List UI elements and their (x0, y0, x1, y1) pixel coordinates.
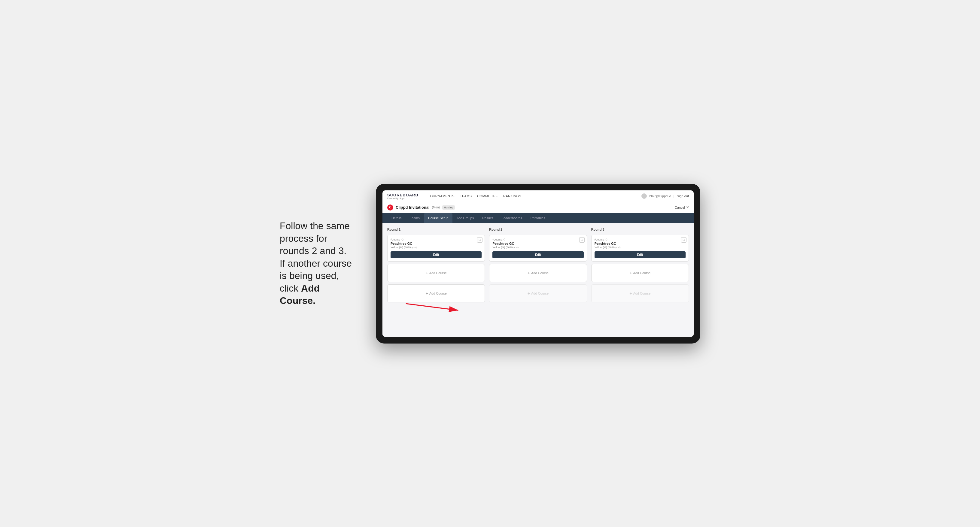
round-1-course-name: Peachtree GC (391, 242, 482, 245)
round-3-add-course-2[interactable]: + Add Course (591, 284, 689, 302)
nav-separator: | (674, 194, 675, 198)
add-course-2-plus-icon: + (426, 291, 428, 296)
sub-header: C Clippd Invitational (Men) Hosting Canc… (382, 202, 694, 213)
round-1-course-card: (Course A) Peachtree GC Yellow (M) (6629… (387, 235, 485, 262)
logo-area: SCOREBOARD Powered by clippd (387, 193, 418, 199)
round2-add-course-1-plus-icon: + (528, 271, 530, 275)
round-3-course-card-wrapper: (Course A) Peachtree GC Yellow (M) (6629… (591, 235, 689, 262)
tablet-screen: SCOREBOARD Powered by clippd TOURNAMENTS… (382, 190, 694, 337)
round-1-course-tag: (Course A) (391, 238, 482, 241)
round2-add-course-2-plus-icon: + (528, 291, 530, 296)
nav-right: blair@clippd.io | Sign out (641, 194, 689, 199)
user-avatar (641, 194, 647, 199)
cancel-button[interactable]: Cancel ✕ (675, 205, 689, 209)
user-email: blair@clippd.io (649, 194, 671, 198)
hosting-badge: Hosting (442, 205, 455, 210)
round-1-delete-button[interactable]: ☐ (477, 237, 482, 243)
round-2-course-card: (Course A) Peachtree GC Yellow (M) (6629… (489, 235, 587, 262)
top-navigation: SCOREBOARD Powered by clippd TOURNAMENTS… (382, 190, 694, 202)
cancel-x-icon: ✕ (686, 205, 689, 209)
round-3-add-course-1[interactable]: + Add Course (591, 264, 689, 282)
round3-add-course-1-plus-icon: + (629, 271, 632, 275)
round-3-column: Round 3 (Course A) Peachtree GC Yellow (… (591, 228, 689, 302)
round-1-edit-button[interactable]: Edit (391, 251, 482, 258)
tab-printables[interactable]: Printables (527, 213, 549, 223)
sidebar-annotation: Follow the same process for rounds 2 and… (280, 220, 358, 307)
round-2-add-course-2[interactable]: + Add Course (489, 284, 587, 302)
round-1-add-course-2[interactable]: + Add Course (387, 284, 485, 302)
tab-tee-groups[interactable]: Tee Groups (452, 213, 478, 223)
tab-results[interactable]: Results (478, 213, 498, 223)
round-1-label: Round 1 (387, 228, 485, 231)
tab-details[interactable]: Details (387, 213, 406, 223)
round-3-delete-button[interactable]: ☐ (681, 237, 686, 243)
sign-out-link[interactable]: Sign out (677, 194, 689, 198)
nav-rankings[interactable]: RANKINGS (503, 194, 521, 198)
round-3-course-name: Peachtree GC (595, 242, 686, 245)
round-1-course-details: Yellow (M) (6629 yds) (391, 246, 482, 249)
round-1-column: Round 1 (Course A) Peachtree GC Yellow (… (387, 228, 485, 302)
tab-leaderboards[interactable]: Leaderboards (498, 213, 527, 223)
round-1-course-card-wrapper: (Course A) Peachtree GC Yellow (M) (6629… (387, 235, 485, 262)
round-3-course-details: Yellow (M) (6629 yds) (595, 246, 686, 249)
tablet-frame: SCOREBOARD Powered by clippd TOURNAMENTS… (376, 184, 700, 343)
round-2-course-tag: (Course A) (492, 238, 584, 241)
add-course-1-plus-icon: + (426, 271, 428, 275)
sub-header-left: C Clippd Invitational (Men) Hosting (387, 205, 455, 211)
tabs-bar: Details Teams Course Setup Tee Groups Re… (382, 213, 694, 223)
page-wrapper: Follow the same process for rounds 2 and… (280, 184, 700, 343)
round-2-course-name: Peachtree GC (492, 242, 584, 245)
round3-add-course-2-plus-icon: + (629, 291, 632, 296)
round-2-label: Round 2 (489, 228, 587, 231)
nav-tournaments[interactable]: TOURNAMENTS (428, 194, 455, 198)
tab-course-setup[interactable]: Course Setup (424, 213, 452, 223)
round-3-course-card: (Course A) Peachtree GC Yellow (M) (6629… (591, 235, 689, 262)
men-badge: (Men) (432, 206, 440, 209)
nav-links: TOURNAMENTS TEAMS COMMITTEE RANKINGS (428, 194, 635, 198)
content-area: Round 1 (Course A) Peachtree GC Yellow (… (382, 223, 694, 337)
tab-teams[interactable]: Teams (406, 213, 424, 223)
round-3-course-tag: (Course A) (595, 238, 686, 241)
round-2-course-details: Yellow (M) (6629 yds) (492, 246, 584, 249)
round-2-edit-button[interactable]: Edit (492, 251, 584, 258)
round-3-edit-button[interactable]: Edit (595, 251, 686, 258)
round-1-add-course-1[interactable]: + Add Course (387, 264, 485, 282)
round-2-delete-button[interactable]: ☐ (579, 237, 585, 243)
rounds-grid: Round 1 (Course A) Peachtree GC Yellow (… (387, 228, 689, 302)
nav-committee[interactable]: COMMITTEE (477, 194, 498, 198)
logo-text: SCOREBOARD (387, 193, 418, 197)
clippd-logo: C (387, 205, 393, 211)
round-3-label: Round 3 (591, 228, 689, 231)
logo-sub: Powered by clippd (387, 197, 418, 199)
nav-teams[interactable]: TEAMS (460, 194, 472, 198)
round-2-column: Round 2 (Course A) Peachtree GC Yellow (… (489, 228, 587, 302)
tournament-name: Clippd Invitational (396, 205, 430, 210)
round-2-course-card-wrapper: (Course A) Peachtree GC Yellow (M) (6629… (489, 235, 587, 262)
round-2-add-course-1[interactable]: + Add Course (489, 264, 587, 282)
